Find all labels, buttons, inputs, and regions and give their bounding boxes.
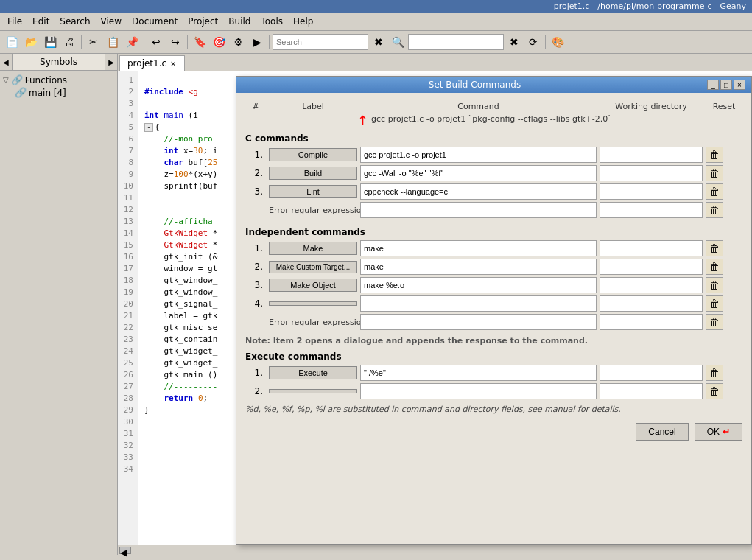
compile-btn[interactable]: Compile [269, 148, 357, 161]
make-custom-erase-btn[interactable]: 🗑 [706, 259, 723, 275]
make-object-cmd-input[interactable] [360, 277, 597, 293]
make-dir-input[interactable] [600, 240, 703, 256]
main-label: main [4] [29, 88, 66, 98]
c-error-label: Error regular expression: [269, 206, 357, 215]
separator-3 [187, 35, 188, 49]
replace-clear-button[interactable]: ✖ [505, 33, 523, 51]
make-object-btn[interactable]: Make Object [269, 279, 357, 292]
header-command: Command [360, 102, 597, 111]
editor-area: projet1.c × 12345 678910 1112131415 1617… [118, 54, 752, 555]
menu-view[interactable]: View [96, 15, 126, 28]
ind-empty-dir-4[interactable] [600, 295, 703, 312]
search-input[interactable] [273, 34, 368, 50]
exec-empty-cmd-2[interactable] [360, 383, 597, 399]
ind-empty-erase-4[interactable]: 🗑 [706, 295, 723, 312]
c-cmd-num-3: 3. [245, 186, 266, 197]
ind-error-erase-btn[interactable]: 🗑 [706, 314, 723, 330]
execute-dir-input[interactable] [600, 365, 703, 381]
lint-cmd-input[interactable] [360, 183, 597, 200]
sidebar-tab-label[interactable]: Symbols [12, 54, 106, 70]
exec-empty-erase-2[interactable]: 🗑 [706, 383, 723, 399]
lint-dir-input[interactable] [600, 183, 703, 200]
exec-empty-btn-2[interactable] [269, 389, 357, 393]
build-cmd-input[interactable] [360, 165, 597, 181]
build-dir-input[interactable] [600, 165, 703, 181]
compile-cmd-input[interactable] [360, 147, 597, 163]
copy-button[interactable]: 📋 [104, 33, 122, 51]
ind-empty-btn-4[interactable] [269, 301, 357, 306]
make-custom-cmd-input[interactable] [360, 259, 597, 275]
replace-go-button[interactable]: ⟳ [524, 33, 542, 51]
dialog-body: # Label Command Working directory Reset … [236, 93, 751, 539]
c-error-dir[interactable] [600, 202, 703, 218]
c-command-row-2: 2. Build 🗑 [245, 165, 742, 181]
ind-error-dir[interactable] [600, 314, 703, 330]
build-btn[interactable]: Build [269, 167, 357, 180]
menu-document[interactable]: Document [127, 15, 182, 28]
tree-functions[interactable]: ▽ 🔗 Functions [3, 74, 114, 86]
cut-button[interactable]: ✂ [85, 33, 102, 51]
run-button[interactable]: ▶ [248, 33, 266, 51]
lint-erase-btn[interactable]: 🗑 [706, 183, 723, 200]
tag-button[interactable]: 🔖 [191, 33, 208, 51]
make-erase-btn[interactable]: 🗑 [706, 240, 723, 256]
menu-project[interactable]: Project [183, 15, 222, 28]
execute-cmd-input[interactable] [360, 365, 597, 381]
dialog-close-btn[interactable]: × [734, 80, 745, 90]
build-erase-btn[interactable]: 🗑 [706, 165, 723, 181]
ind-error-label: Error regular expression: [269, 318, 357, 327]
main-layout: ◀ Symbols ▶ ▽ 🔗 Functions 🔗 main [4] pro… [0, 54, 752, 555]
undo-button[interactable]: ↩ [147, 33, 165, 51]
replace-input[interactable] [408, 34, 504, 50]
sidebar-arrow-left[interactable]: ◀ [0, 55, 12, 69]
c-error-erase-btn[interactable]: 🗑 [706, 202, 723, 218]
print-button[interactable]: 🖨 [60, 33, 78, 51]
jump-button[interactable]: 🎯 [210, 33, 228, 51]
menu-tools[interactable]: Tools [256, 15, 287, 28]
tree-main[interactable]: 🔗 main [4] [3, 86, 114, 99]
dialog-minimize-btn[interactable]: _ [707, 80, 719, 90]
compile-button[interactable]: ⚙ [229, 33, 247, 51]
exec-empty-dir-2[interactable] [600, 383, 703, 399]
dialog-maximize-btn[interactable]: □ [720, 80, 732, 90]
make-object-erase-btn[interactable]: 🗑 [706, 277, 723, 293]
sidebar-tabs: ◀ Symbols ▶ [0, 54, 117, 71]
ind-cmd-num-2: 2. [245, 262, 266, 272]
compile-erase-btn[interactable]: 🗑 [706, 147, 723, 163]
ok-button[interactable]: OK ↵ [695, 423, 742, 441]
open-button[interactable]: 📂 [22, 33, 40, 51]
menu-search[interactable]: Search [55, 15, 94, 28]
make-cmd-input[interactable] [360, 240, 597, 256]
redo-button[interactable]: ↪ [166, 33, 184, 51]
ind-error-row: Error regular expression: 🗑 [245, 314, 742, 330]
c-error-input[interactable] [360, 202, 597, 218]
make-object-dir-input[interactable] [600, 277, 703, 293]
paste-button[interactable]: 📌 [123, 33, 141, 51]
menu-edit[interactable]: Edit [28, 15, 54, 28]
ind-error-input[interactable] [360, 314, 597, 330]
execute-btn[interactable]: Execute [269, 366, 357, 379]
color-button[interactable]: 🎨 [549, 33, 566, 51]
c-commands-section-label: C commands [245, 129, 742, 147]
ind-empty-cmd-4[interactable] [360, 295, 597, 312]
menu-help[interactable]: Help [289, 15, 317, 28]
search-clear-button[interactable]: ✖ [370, 33, 387, 51]
header-label: Label [269, 102, 357, 111]
sidebar-arrow-right[interactable]: ▶ [105, 55, 117, 69]
save-button[interactable]: 💾 [41, 33, 59, 51]
menu-file[interactable]: File [3, 15, 27, 28]
lint-btn[interactable]: Lint [269, 185, 357, 198]
cancel-button[interactable]: Cancel [636, 423, 688, 441]
compile-dir-input[interactable] [600, 147, 703, 163]
make-custom-btn[interactable]: Make Custom Target... [269, 261, 357, 273]
ok-arrow-icon: ↵ [723, 427, 730, 437]
search-go-button[interactable]: 🔍 [389, 33, 407, 51]
new-button[interactable]: 📄 [3, 33, 21, 51]
ind-cmd-num-3: 3. [245, 280, 266, 290]
execute-erase-btn[interactable]: 🗑 [706, 365, 723, 381]
menu-build[interactable]: Build [224, 15, 255, 28]
make-btn[interactable]: Make [269, 242, 357, 255]
make-custom-dir-input[interactable] [600, 259, 703, 275]
c-command-row-3: 3. Lint 🗑 [245, 183, 742, 200]
symbols-tree: ▽ 🔗 Functions 🔗 main [4] [0, 71, 117, 555]
